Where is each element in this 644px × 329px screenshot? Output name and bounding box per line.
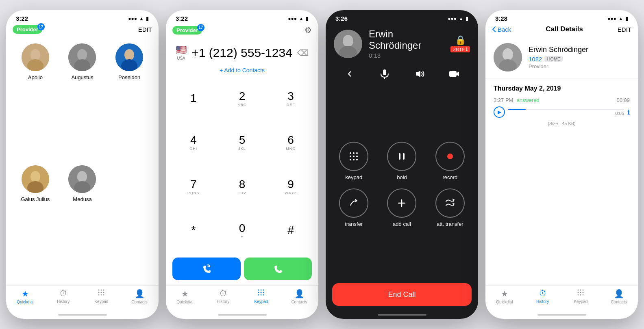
svg-point-62	[583, 292, 584, 293]
active-call-screen: Erwin Schrödinger 0:13 🔒 ZRTP ℹ	[326, 24, 478, 312]
quickdial-grid: Apollo Augustus	[6, 37, 159, 285]
audio-player: ▶ -0:05 ℹ	[494, 105, 630, 119]
caller-header: Erwin Schrödinger 0:13 🔒 ZRTP ℹ	[326, 24, 478, 59]
contacts-label-1: Contacts	[131, 300, 147, 304]
history-icon-4: ⏱	[539, 289, 547, 298]
svg-point-30	[258, 294, 259, 296]
info-button[interactable]: ℹ	[627, 108, 630, 116]
contacts-label-2: Contacts	[291, 300, 307, 304]
speaker-button[interactable]	[409, 64, 429, 84]
svg-point-55	[503, 48, 513, 61]
progress-track	[508, 109, 624, 110]
contact-name-apollo: Apollo	[28, 74, 43, 80]
svg-point-22	[101, 294, 102, 296]
delete-button[interactable]: ⌫	[297, 48, 309, 58]
call-button[interactable]	[244, 258, 312, 280]
svg-point-32	[263, 294, 264, 296]
action-hold[interactable]: hold	[382, 142, 422, 180]
key-1[interactable]: 1	[169, 77, 218, 121]
key-6[interactable]: 6 MNO	[266, 121, 315, 164]
svg-rect-39	[449, 71, 457, 77]
tab-history-1[interactable]: ⏱ History	[44, 289, 83, 304]
play-button[interactable]: ▶	[494, 106, 505, 118]
key-7[interactable]: 7 PQRS	[169, 165, 218, 209]
gear-button-2[interactable]: ⚙	[305, 25, 312, 35]
zrtp-lock-icon: 🔒	[455, 35, 466, 45]
svg-point-1	[30, 49, 40, 61]
call-details-content: Erwin Schrödinger 1082 HOME Provider Thu…	[485, 37, 638, 285]
contact-provider: Provider	[529, 63, 588, 69]
details-title: Call Details	[546, 25, 583, 33]
action-transfer[interactable]: transfer	[334, 188, 374, 227]
edit-button-1[interactable]: EDIT	[138, 26, 152, 33]
quickdial-item-medusa[interactable]: Medusa	[63, 165, 102, 279]
tab-keypad-4[interactable]: Keypad	[562, 289, 600, 304]
tab-contacts-4[interactable]: 👤 Contacts	[600, 289, 638, 304]
quickdial-item-poseidon[interactable]: Poseidon	[110, 43, 149, 157]
back-button[interactable]: Back	[492, 26, 511, 33]
end-call-button[interactable]: End Call	[332, 283, 472, 306]
details-edit-button[interactable]: EDIT	[618, 26, 631, 33]
mute-button[interactable]	[374, 64, 395, 84]
call-controls-top	[326, 59, 478, 89]
avatar-apollo	[22, 43, 49, 71]
quickdial-label-1: Quickdial	[17, 300, 33, 304]
tab-history-4[interactable]: ⏱ History	[524, 289, 562, 304]
tab-keypad-1[interactable]: Keypad	[83, 289, 121, 304]
svg-point-48	[353, 159, 355, 160]
tab-keypad-2[interactable]: Keypad	[242, 289, 281, 304]
camera-button[interactable]	[444, 64, 464, 84]
key-5[interactable]: 5 JKL	[218, 121, 267, 164]
tab-bar-4: ★ Quickdial ⏱ History Keypad 👤	[485, 285, 638, 312]
back-arrow-btn[interactable]	[339, 64, 360, 84]
action-add-call[interactable]: add call	[382, 188, 422, 227]
tab-quickdial-2[interactable]: ★ Quickdial	[166, 289, 204, 304]
key-4[interactable]: 4 GHI	[169, 121, 218, 164]
action-att-transfer[interactable]: att. transfer	[430, 188, 470, 227]
status-bar-4: 3:28 ●●● ▲ ▮	[485, 10, 638, 24]
svg-point-65	[583, 294, 584, 296]
add-to-contacts[interactable]: + Add to Contacts	[166, 67, 318, 77]
svg-point-19	[101, 292, 102, 293]
key-8[interactable]: 8 TUV	[218, 165, 267, 209]
svg-point-42	[353, 152, 355, 154]
redial-button[interactable]	[172, 258, 241, 280]
tab-history-2[interactable]: ⏱ History	[204, 289, 242, 304]
action-record[interactable]: record	[430, 142, 470, 180]
quickdial-item-augustus[interactable]: Augustus	[63, 43, 102, 157]
tab-contacts-2[interactable]: 👤 Contacts	[280, 289, 318, 304]
svg-point-57	[578, 290, 579, 291]
tab-quickdial-4[interactable]: ★ Quickdial	[485, 289, 524, 304]
hold-action-label: hold	[397, 174, 407, 180]
progress-bar-container: -0:05	[508, 109, 624, 116]
quickdial-item-gaius[interactable]: Gaius Julius	[16, 165, 55, 279]
tab-quickdial-1[interactable]: ★ Quickdial	[6, 289, 44, 304]
contact-name-poseidon: Poseidon	[118, 74, 140, 80]
svg-point-21	[98, 294, 100, 296]
provider-badge-1[interactable]: Provider 17	[13, 25, 42, 34]
avatar-augustus	[68, 43, 96, 71]
svg-point-23	[103, 294, 104, 296]
flag-area[interactable]: 🇺🇸 USA	[176, 45, 187, 61]
key-9[interactable]: 9 WXYZ	[266, 165, 315, 209]
key-0[interactable]: 0 +	[218, 209, 267, 253]
key-2[interactable]: 2 ABC	[218, 77, 267, 121]
key-star[interactable]: *	[169, 209, 218, 253]
progress-end: -0:05	[614, 111, 624, 116]
provider-badge-2[interactable]: Provider 17	[172, 26, 202, 35]
action-keypad[interactable]: keypad	[334, 142, 374, 180]
key-hash[interactable]: #	[266, 209, 315, 253]
key-3[interactable]: 3 DEF	[266, 77, 315, 121]
signal-icon-2: ●●●	[288, 16, 297, 22]
call-duration: 0:13	[369, 52, 444, 59]
svg-point-34	[343, 35, 353, 47]
tab-contacts-1[interactable]: 👤 Contacts	[120, 289, 159, 304]
record-action-label: record	[442, 174, 457, 180]
quickdial-item-apollo[interactable]: Apollo	[16, 43, 55, 157]
quickdial-icon-4: ★	[501, 289, 508, 299]
contact-number[interactable]: 1082	[529, 56, 542, 63]
nav-bar-1: Provider 17 EDIT	[6, 24, 159, 37]
phone-number-display[interactable]: +1 (212) 555-1234	[191, 46, 292, 60]
history-label-2: History	[217, 299, 229, 304]
phone-quickdial: 3:22 ●●● ▲ ▮ Provider 17 EDIT	[6, 10, 159, 319]
